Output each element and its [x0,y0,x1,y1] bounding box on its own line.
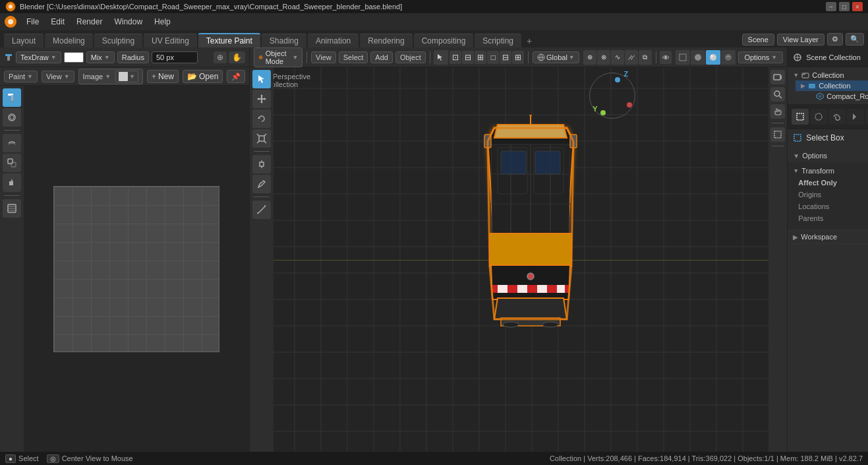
radius-dropdown[interactable]: Radius [117,51,149,63]
nav-icon-2[interactable]: ✋ [229,51,245,63]
outliner-object-item[interactable]: ▶ Compact_Road_Sweeper 👁 [803,91,868,102]
object-mode-dropdown[interactable]: Object Mode ▼ [254,47,303,67]
new-image-button[interactable]: + New [147,70,179,83]
gizmo-widget[interactable]: Z Y [589,73,635,119]
image-thumbnail[interactable]: ▼ [115,71,138,82]
tab-modeling[interactable]: Modeling [45,34,93,47]
snap-t5[interactable]: ⧉ [639,50,652,65]
rendered-mode[interactable] [721,50,736,65]
blend-mode-dropdown[interactable]: Mix ▼ [86,51,115,63]
vp-tool-sep-1 [254,151,270,152]
maximize-button[interactable]: □ [839,2,850,11]
snap-icon-5[interactable]: ⊟ [500,51,511,64]
transform-space[interactable]: Global ▼ [533,51,579,63]
add-menu[interactable]: Add [370,51,393,63]
tab-uv-editing[interactable]: UV Editing [144,34,197,47]
tab-scripting[interactable]: Scripting [475,34,521,47]
svg-rect-81 [809,84,815,88]
pin-button[interactable]: 📌 [227,70,245,83]
snap-icon-3[interactable]: ⊞ [475,51,486,64]
snap-icon-2[interactable]: ⊟ [462,51,474,64]
options-button[interactable]: Options ▼ [738,51,783,63]
tab-compositing[interactable]: Compositing [414,34,474,47]
menu-edit[interactable]: Edit [45,16,70,28]
nav-icon-1[interactable]: ⊕ [214,51,227,63]
outliner-collection-item[interactable]: ▶ Collection 👁 [796,80,868,91]
fill-tool-button[interactable] [3,173,21,192]
snap-t1[interactable]: ⊕ [583,50,596,65]
add-workspace-button[interactable]: + [523,34,536,47]
clone-tool-button[interactable] [3,154,21,172]
scene-selector[interactable]: Scene [742,34,774,46]
tab-shading[interactable]: Shading [262,34,306,47]
color-swatch[interactable] [64,52,84,63]
transform-collapse-arrow: ▼ [793,168,799,174]
render-region-icon [773,130,782,139]
snap-icon-1[interactable]: ⊡ [449,51,461,64]
snap-icon-6[interactable]: ⊞ [512,51,524,64]
material-mode[interactable] [706,50,720,65]
snap-t2[interactable]: ⊗ [597,50,610,65]
object-menu[interactable]: Object [395,51,426,63]
rotate-tool[interactable] [252,109,271,128]
eye-display[interactable] [660,51,672,64]
tab-texture-paint[interactable]: Texture Paint [198,33,260,47]
mask-tool-button[interactable] [3,199,21,218]
tab-layout[interactable]: Layout [4,34,43,47]
snap-t4[interactable]: ⌭ [625,50,638,65]
camera-view-icon[interactable] [770,70,785,84]
transform2-icon-btn[interactable] [865,109,868,125]
cursor-tool[interactable] [252,70,271,88]
close-button[interactable]: × [852,2,863,11]
view-menu[interactable]: View ▼ [42,71,74,82]
scale-tool[interactable] [252,129,271,148]
uv-canvas[interactable] [24,86,249,452]
snap-t3[interactable]: ∿ [611,50,624,65]
select-tool-icon[interactable] [434,50,448,65]
mode-arrow-icon: ▼ [293,54,299,61]
smear-tool-button[interactable] [3,134,21,152]
move-tool[interactable] [252,90,271,108]
mode-dropdown[interactable]: TexDraw ▼ [16,51,61,63]
menu-help[interactable]: Help [149,16,176,28]
view-menu-vp[interactable]: View [311,51,336,63]
tab-sculpting[interactable]: Sculpting [94,34,142,47]
wireframe-mode[interactable] [676,50,690,65]
annotate-tool[interactable] [252,175,271,193]
transform-tool[interactable] [252,155,271,173]
origins-label: Origins [798,191,821,199]
workspace-section-header[interactable]: ▶ Workspace [788,230,868,243]
measure-tool[interactable] [252,201,271,219]
zoom-icon[interactable] [770,87,785,102]
tweak-icon-btn[interactable] [847,109,864,125]
open-image-button[interactable]: 📂 Open [183,70,223,83]
svg-point-50 [529,115,532,116]
menu-window[interactable]: Window [109,16,148,28]
viewport-area[interactable]: User Perspective (1) Collection [250,67,787,452]
pan-icon[interactable] [770,104,785,119]
radius-value-field[interactable]: 50 px [152,51,198,63]
image-menu[interactable]: Image ▼ ▼ [78,69,143,84]
menu-render[interactable]: Render [71,16,107,28]
select-box-icon-btn[interactable] [792,109,809,125]
engine-selector[interactable]: ⚙ [827,33,843,46]
snap-icon-4[interactable]: □ [487,51,499,64]
transform-subsection-header[interactable]: ▼ Transform [793,165,868,177]
menu-file[interactable]: File [21,16,44,28]
draw-tool-button[interactable] [3,88,21,107]
circle-select-icon-btn[interactable] [810,109,827,125]
outliner-scene-collection[interactable]: ▼ Collection 👁 [788,70,868,80]
lasso-select-icon-btn[interactable] [828,109,846,125]
render-region-icon[interactable] [770,127,785,142]
svg-rect-4 [5,54,12,56]
soften-tool-button[interactable] [3,108,21,127]
minimize-button[interactable]: − [826,2,836,11]
view-layer-selector[interactable]: View Layer [777,34,825,46]
search-button[interactable]: 🔍 [846,33,864,46]
tab-rendering[interactable]: Rendering [360,34,412,47]
solid-mode[interactable] [691,50,705,65]
tab-animation[interactable]: Animation [308,34,359,47]
paint-menu[interactable]: Paint ▼ [4,71,38,82]
select-menu[interactable]: Select [339,51,368,63]
options-section-header[interactable]: ▼ Options [788,149,868,162]
